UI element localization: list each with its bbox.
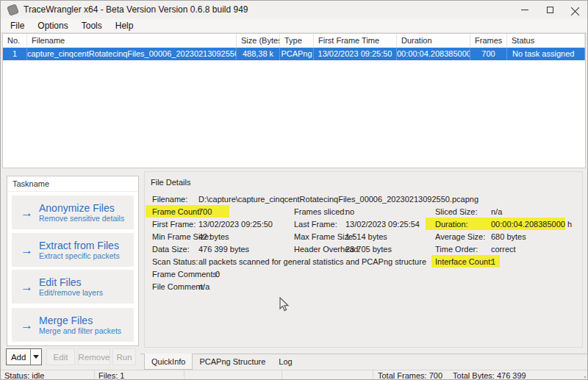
field-interface-count: Interface Count: 1 — [435, 256, 495, 268]
task-subtitle: Edit/remove layers — [39, 288, 103, 298]
add-button-label: Add — [7, 353, 30, 362]
file-list: No. Filename Size (Bytes) Type First Fra… — [2, 33, 586, 168]
column-header-no[interactable]: No. — [3, 34, 27, 47]
task-subtitle: Extract specific packets — [39, 251, 120, 261]
status-empty-1 — [184, 370, 282, 380]
arrow-right-icon: → — [21, 319, 33, 331]
tab-quickinfo[interactable]: QuickInfo — [144, 354, 193, 370]
menu-help[interactable]: Help — [109, 19, 140, 32]
field-value: 42 bytes — [198, 231, 229, 243]
field-filename: Filename: D:\capture\capture_cinqcentRot… — [152, 193, 478, 205]
task-extract-from-files[interactable]: → Extract from Files Extract specific pa… — [12, 233, 134, 267]
minimize-button[interactable] — [512, 1, 537, 18]
field-value: D:\capture\capture_cinqcentRotatecinqFil… — [198, 193, 478, 205]
file-details-legend: File Details — [151, 178, 190, 187]
field-label: Sliced Size: — [435, 206, 491, 218]
field-max-frame-size: Max Frame Size: 1 514 bytes — [294, 231, 387, 243]
field-label: Time Order: — [435, 243, 491, 255]
field-label: Max Frame Size: — [294, 231, 345, 243]
field-label: Scan Status: — [152, 256, 198, 268]
field-value: all packets scanned for general statisti… — [198, 256, 426, 268]
task-panel-header[interactable]: Taskname — [7, 176, 138, 192]
column-header-status[interactable]: Status — [507, 34, 585, 47]
maximize-icon — [547, 7, 553, 13]
cell-duration: 00:00:04.208385000 — [397, 48, 470, 60]
task-subtitle: Remove sensitive details — [39, 214, 124, 223]
tab-log[interactable]: Log — [272, 354, 298, 370]
remove-button[interactable]: Remove — [78, 348, 110, 365]
cell-type: PCAPng — [280, 48, 314, 60]
field-first-frame: First Frame: 13/02/2023 09:25:50 — [152, 218, 273, 230]
field-last-frame: Last Frame: 13/02/2023 09:25:54 — [294, 218, 420, 230]
menu-options[interactable]: Options — [31, 19, 74, 32]
field-label: Interface Count: — [435, 256, 491, 268]
menu-tools[interactable]: Tools — [75, 19, 109, 32]
tab-pcapng-structure[interactable]: PCAPng Structure — [193, 354, 272, 370]
column-header-frames[interactable]: Frames — [470, 34, 507, 47]
task-title: Extract from Files — [39, 240, 120, 251]
field-label: File Comment: — [152, 281, 198, 293]
maximize-button[interactable] — [537, 1, 562, 18]
field-value: 23 705 bytes — [345, 243, 392, 255]
task-edit-files[interactable]: → Edit Files Edit/remove layers — [12, 270, 134, 304]
field-label: Filename: — [152, 193, 198, 205]
status-empty-2 — [282, 370, 373, 380]
table-row-selected[interactable]: 1 capture_cinqcentRotatecinqFiles_00006_… — [3, 48, 585, 60]
chevron-down-icon — [33, 355, 39, 359]
close-icon — [571, 6, 579, 14]
file-details-panel: File Details Filename: D:\capture\captur… — [144, 171, 583, 348]
field-label: Frame Count: — [152, 206, 198, 218]
field-sliced-size: Sliced Size: n/a — [435, 206, 502, 218]
add-button[interactable]: Add — [6, 348, 42, 365]
status-bar: Status: idle Files: 1 Total Frames: 700 … — [1, 370, 588, 380]
app-icon — [7, 4, 19, 16]
files-count: Files: 1 — [95, 370, 184, 380]
close-button[interactable] — [562, 1, 587, 18]
field-frames-sliced: Frames sliced: no — [294, 206, 354, 218]
cell-first-frame-time: 13/02/2023 09:25:50 — [314, 48, 397, 60]
field-value: 13/02/2023 09:25:50 — [198, 218, 273, 230]
menu-file[interactable]: File — [4, 19, 31, 32]
field-value: n/a — [198, 281, 209, 293]
field-value: no — [345, 206, 354, 218]
status-text: Status: idle — [1, 370, 95, 380]
file-list-header: No. Filename Size (Bytes) Type First Fra… — [3, 34, 585, 48]
bottom-tab-bar: QuickInfo PCAPng Structure Log — [140, 354, 588, 370]
field-scan-status: Scan Status: all packets scanned for gen… — [152, 256, 426, 268]
column-header-size[interactable]: Size (Bytes) — [237, 34, 280, 47]
field-value: 680 bytes — [491, 231, 526, 243]
run-button[interactable]: Run — [112, 348, 136, 365]
window-title: TraceWrangler x64 - Beta Version Version… — [24, 4, 248, 15]
menu-bar: File Options Tools Help — [1, 18, 587, 33]
field-frame-count: Frame Count: 700 — [152, 206, 212, 218]
field-value: 1 514 bytes — [345, 231, 387, 243]
task-merge-files[interactable]: → Merge Files Merge and filter packets — [12, 308, 134, 342]
edit-button[interactable]: Edit — [46, 348, 75, 365]
field-label: Frames sliced: — [294, 206, 345, 218]
cell-status: No task assigned — [507, 48, 585, 60]
field-value: n/a — [491, 206, 502, 218]
field-value: 476 399 bytes — [198, 243, 249, 255]
field-label: Frame Comments: — [152, 268, 215, 280]
arrow-right-icon: → — [21, 281, 33, 293]
field-value: 13/02/2023 09:25:54 — [345, 218, 420, 230]
field-value: 1 — [491, 256, 495, 268]
column-header-type[interactable]: Type — [280, 34, 314, 47]
field-label: Data Size: — [152, 243, 198, 255]
total-bytes: Total Bytes: 476 399 — [453, 370, 526, 380]
resize-grip[interactable] — [578, 370, 586, 378]
tracewrangler-window: TraceWrangler x64 - Beta Version Version… — [0, 0, 588, 380]
field-frame-comments: Frame Comments: 0 — [152, 268, 220, 280]
arrow-right-icon: → — [21, 207, 33, 219]
task-anonymize-files[interactable]: → Anonymize Files Remove sensitive detai… — [12, 196, 134, 229]
column-header-filename[interactable]: Filename — [27, 34, 237, 47]
column-header-duration[interactable]: Duration — [397, 34, 470, 47]
minimize-icon — [521, 10, 528, 10]
field-data-size: Data Size: 476 399 bytes — [152, 243, 249, 255]
arrow-right-icon: → — [21, 244, 33, 257]
column-header-first-frame-time[interactable]: First Frame Time — [314, 34, 397, 47]
task-title: Anonymize Files — [39, 202, 124, 214]
cell-filename: capture_cinqcentRotatecinqFiles_00006_20… — [27, 48, 237, 60]
window-controls — [512, 1, 587, 18]
add-dropdown[interactable] — [30, 349, 41, 365]
